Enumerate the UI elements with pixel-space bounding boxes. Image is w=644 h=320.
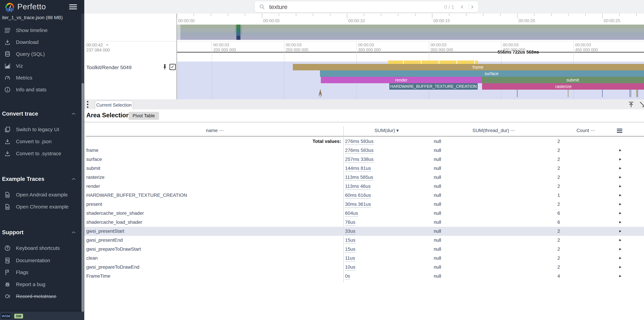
instant-marker-tick[interactable] — [638, 90, 638, 97]
pin-icon[interactable] — [162, 63, 168, 71]
cell-sum-dur[interactable]: 113ms 46us — [345, 184, 370, 190]
sidebar-item-keyboard-shortcuts[interactable]: Keyboard shortcuts — [0, 243, 82, 253]
instant-marker-tick[interactable] — [517, 90, 518, 97]
instant-marker-tick[interactable] — [630, 90, 631, 97]
menu-icon[interactable] — [69, 4, 77, 9]
track-area: frameframesurfacesurfacerendersubmitsubm… — [84, 61, 644, 99]
column-header-name[interactable]: name ⋯ — [181, 128, 249, 133]
row-expand-chevron[interactable]: ▸ — [619, 156, 622, 162]
panel-title: Area Selection — [86, 112, 130, 119]
slice-rasterize[interactable]: rasterize — [482, 83, 644, 90]
row-expand-chevron[interactable]: ▸ — [619, 264, 622, 270]
drag-handle-icon[interactable] — [87, 101, 89, 108]
sidebar-item-info-and-stats[interactable]: Info and stats — [0, 85, 82, 95]
brush-handle-right[interactable] — [240, 25, 242, 35]
sidebar-item-flags[interactable]: Flags — [0, 268, 82, 277]
cell-sum-dur[interactable]: 15us — [345, 238, 356, 244]
row-expand-chevron[interactable]: ▸ — [619, 210, 622, 216]
instant-marker-tick[interactable] — [602, 90, 603, 97]
brush-selection[interactable] — [236, 36, 240, 40]
instant-marker-tick[interactable] — [636, 90, 637, 97]
track-checkbox[interactable]: ✓ — [170, 64, 176, 70]
row-expand-chevron[interactable]: ▸ — [619, 228, 622, 234]
find-next-button[interactable]: › — [471, 3, 473, 10]
sidebar-item-open-android-example[interactable]: Open Android example — [0, 190, 82, 200]
row-expand-chevron[interactable]: ▸ — [619, 165, 622, 171]
cell-count: 2 — [554, 157, 564, 162]
slice-surface[interactable]: surface — [320, 70, 644, 77]
table-row: surface257ms 338usnull2▸ — [84, 155, 644, 164]
cell-sum-dur[interactable]: 10us — [345, 264, 356, 271]
cell-sum-dur[interactable]: 113ms 585us — [345, 175, 373, 181]
cell-count: 2 — [554, 229, 564, 234]
collapse-panel-icon[interactable] — [628, 101, 634, 108]
column-header-sum-dur-[interactable]: SUM(dur) ▾ — [353, 128, 420, 133]
chevron-up-icon[interactable] — [70, 111, 77, 117]
cell-sum-dur[interactable]: 604us — [345, 211, 358, 217]
instant-marker-tick[interactable] — [630, 90, 630, 97]
sidebar-item-open-chrome-example[interactable]: Open Chrome example — [0, 202, 82, 212]
yellow-band-gap — [456, 60, 457, 64]
row-expand-chevron[interactable]: ▸ — [619, 201, 622, 207]
cell-sum-dur[interactable]: 33us — [345, 229, 356, 235]
cell-name: surface — [86, 157, 102, 162]
tab-current-selection[interactable]: Current Selection — [95, 101, 132, 109]
brush-selection[interactable] — [236, 28, 240, 32]
row-expand-chevron[interactable]: ▸ — [619, 246, 622, 252]
column-header-sum-thread-dur-[interactable]: SUM(thread_dur) ⋯ — [460, 128, 528, 133]
cell-sum-dur[interactable]: 276ms 583us — [345, 139, 374, 145]
brush-selection[interactable] — [236, 24, 240, 28]
chevron-up-icon[interactable] — [70, 229, 77, 235]
cell-sum-dur[interactable]: 30ms 361us — [345, 202, 371, 208]
find-previous-button[interactable]: ‹ — [461, 3, 463, 10]
flag-icon — [4, 269, 11, 276]
cell-sum-dur[interactable]: 60ms 616us — [345, 193, 371, 199]
table-row: clean11usnull2▸ — [84, 254, 644, 263]
row-expand-chevron[interactable]: ▸ — [619, 237, 622, 243]
fullscreen-panel-icon[interactable] — [639, 101, 644, 108]
column-header-count[interactable]: Count ⋯ — [552, 128, 620, 133]
slice-frame[interactable]: frame — [293, 64, 644, 70]
slice-submit[interactable]: submit — [482, 77, 644, 83]
row-expand-chevron[interactable]: ▸ — [619, 255, 622, 261]
sidebar-item-metrics[interactable]: Metrics — [0, 73, 82, 83]
row-expand-chevron[interactable]: ▸ — [619, 273, 622, 279]
ruler-label: 00:00:10 — [348, 18, 365, 23]
cell-sum-dur[interactable]: 276ms 583us — [345, 148, 374, 154]
sidebar-item-record-metatrace[interactable]: Record metatrace — [0, 291, 82, 301]
sidebar-item-convert-to-json[interactable]: Convert to .json — [0, 137, 82, 146]
slice-render[interactable]: render — [321, 77, 482, 83]
sidebar-item-download[interactable]: Download — [0, 37, 82, 47]
sidebar-scrollbar-thumb[interactable] — [82, 83, 84, 312]
sidebar-item-documentation[interactable]: Documentation — [0, 256, 82, 266]
sidebar-item-convert-to-systrace[interactable]: Convert to .systrace — [0, 149, 82, 158]
slice-HARDWARE_BUFFER_TEXTURE_CREATION[interactable]: HARDWARE_BUFFER_TEXTURE_CREATION — [389, 83, 478, 90]
instant-marker-tick[interactable] — [568, 90, 568, 97]
row-expand-chevron[interactable]: ▸ — [619, 192, 622, 198]
sidebar-item-switch-to-legacy-ui[interactable]: Switch to legacy UI — [0, 125, 82, 134]
cell-sum-dur[interactable]: 15us — [345, 247, 356, 253]
row-expand-chevron[interactable]: ▸ — [619, 183, 622, 189]
timeline-overview[interactable]: 00:00:0000:00:0500:00:1000:00:1500:00:20… — [84, 13, 644, 41]
sidebar-item-query-sql-[interactable]: Query (SQL) — [0, 49, 82, 59]
pivot-table-button[interactable]: Pivot Table — [128, 112, 159, 120]
cell-sum-dur[interactable]: 76us — [345, 220, 356, 226]
cell-sum-dur[interactable]: 257ms 338us — [345, 157, 374, 163]
sidebar-item-report-a-bug[interactable]: Report a bug — [0, 280, 82, 289]
brush-selection[interactable] — [236, 32, 240, 36]
cell-sum-dur[interactable]: 0s — [345, 273, 350, 280]
cell-name: present — [86, 202, 102, 207]
ruler-minor-tick — [296, 13, 296, 16]
row-expand-chevron[interactable]: ▸ — [619, 147, 622, 153]
row-expand-chevron[interactable]: ▸ — [619, 219, 622, 225]
row-expand-chevron[interactable]: ▸ — [619, 174, 622, 180]
partial-track-slice-yellow[interactable] — [388, 60, 478, 64]
chevron-up-icon[interactable] — [70, 176, 77, 182]
search-input[interactable] — [269, 1, 388, 12]
cell-sum-dur[interactable]: 144ms 81us — [345, 166, 371, 172]
sidebar-item-show-timeline[interactable]: Show timeline — [0, 25, 82, 35]
sidebar-item-viz[interactable]: Viz — [0, 61, 82, 71]
track-canvas[interactable]: frameframesurfacesurfacerendersubmitsubm… — [177, 61, 644, 99]
flow-arrow-icon[interactable] — [318, 89, 323, 97]
cell-sum-dur[interactable]: 11us — [345, 255, 355, 262]
